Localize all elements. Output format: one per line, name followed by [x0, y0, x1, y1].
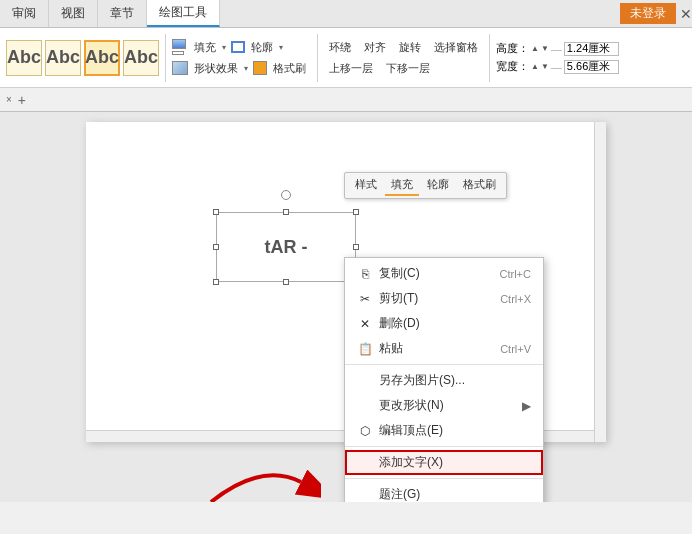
tab-view[interactable]: 视图	[49, 0, 98, 27]
menu-change-shape-label: 更改形状(N)	[379, 397, 444, 414]
change-shape-arrow: ▶	[522, 399, 531, 413]
height-input[interactable]	[564, 42, 619, 56]
down-layer-btn[interactable]: 下移一层	[381, 59, 435, 78]
up-layer-btn[interactable]: 上移一层	[324, 59, 378, 78]
width-spin-down[interactable]: ▼	[541, 62, 549, 71]
doc-tabs: × +	[0, 88, 692, 112]
handle-bl[interactable]	[213, 279, 219, 285]
handle-bm[interactable]	[283, 279, 289, 285]
shape-format-group: 填充 ▾ 轮廓 ▾ 形状效果 ▾ 格式刷	[172, 38, 311, 78]
menu-paste-shortcut: Ctrl+V	[500, 343, 531, 355]
rotate-handle[interactable]	[281, 190, 291, 200]
fill-btn[interactable]: 填充	[189, 38, 221, 57]
menu-add-text-label: 添加文字(X)	[379, 454, 443, 471]
doc-tab-add[interactable]: +	[14, 92, 30, 108]
format-brush-btn[interactable]: 格式刷	[268, 59, 311, 78]
edit-vertices-icon: ⬡	[357, 423, 373, 439]
cut-icon: ✂	[357, 291, 373, 307]
abc-btn-3[interactable]: Abc	[84, 40, 120, 76]
menu-save-as-image[interactable]: 另存为图片(S)...	[345, 368, 543, 393]
width-separator: —	[551, 61, 562, 73]
caption-u-icon	[357, 487, 373, 503]
menu-cut[interactable]: ✂ 剪切(T) Ctrl+X	[345, 286, 543, 311]
menu-copy-label: 复制(C)	[379, 265, 420, 282]
menu-sep-2	[345, 446, 543, 447]
width-spin-up[interactable]: ▲	[531, 62, 539, 71]
menu-change-shape[interactable]: 更改形状(N) ▶	[345, 393, 543, 418]
menu-cut-label: 剪切(T)	[379, 290, 418, 307]
tab-section[interactable]: 章节	[98, 0, 147, 27]
style-buttons: Abc Abc Abc Abc	[6, 40, 159, 76]
main-toolbar: Abc Abc Abc Abc 填充 ▾ 轮廓 ▾ 形状效果 ▾ 格式刷	[0, 28, 692, 88]
close-window-icon[interactable]: ✕	[680, 6, 692, 22]
float-fill-btn[interactable]: 填充	[385, 175, 419, 196]
menu-edit-vertices-label: 编辑顶点(E)	[379, 422, 443, 439]
height-spin-up[interactable]: ▲	[531, 44, 539, 53]
abc-btn-4[interactable]: Abc	[123, 40, 159, 76]
menu-paste[interactable]: 📋 粘贴 Ctrl+V	[345, 336, 543, 361]
abc-btn-2[interactable]: Abc	[45, 40, 81, 76]
height-separator: —	[551, 43, 562, 55]
menu-caption-u-label: 题注(G)	[379, 486, 420, 502]
add-text-icon	[357, 455, 373, 471]
size-group: 高度： ▲ ▼ — 宽度： ▲ ▼ —	[496, 41, 619, 74]
align-btn[interactable]: 对齐	[359, 38, 391, 57]
menu-sep-1	[345, 364, 543, 365]
abc-btn-1[interactable]: Abc	[6, 40, 42, 76]
effect-btn[interactable]: 形状效果	[189, 59, 243, 78]
outline-btn[interactable]: 轮廓	[246, 38, 278, 57]
float-toolbar: 样式 填充 轮廓 格式刷	[344, 172, 507, 199]
menu-caption-u[interactable]: 题注(G)	[345, 482, 543, 502]
tab-bar: 审阅 视图 章节 绘图工具 未登录 ✕	[0, 0, 692, 28]
width-input[interactable]	[564, 60, 619, 74]
fill-icon	[172, 39, 188, 55]
wrap-btn[interactable]: 环绕	[324, 38, 356, 57]
handle-mr[interactable]	[353, 244, 359, 250]
context-menu: ⎘ 复制(C) Ctrl+C ✂ 剪切(T) Ctrl+X ✕ 删除(D) 📋 …	[344, 257, 544, 502]
tab-review[interactable]: 审阅	[0, 0, 49, 27]
rotate-btn[interactable]: 旋转	[394, 38, 426, 57]
save-icon	[357, 373, 373, 389]
outline-dropdown[interactable]: ▾	[279, 43, 283, 52]
handle-tl[interactable]	[213, 209, 219, 215]
doc-tab-close[interactable]: ×	[4, 94, 14, 105]
menu-delete[interactable]: ✕ 删除(D)	[345, 311, 543, 336]
shape-container: tAR -	[216, 212, 356, 282]
document-page: 样式 填充 轮廓 格式刷 tAR -	[86, 122, 606, 442]
height-spin-down[interactable]: ▼	[541, 44, 549, 53]
handle-ml[interactable]	[213, 244, 219, 250]
width-label: 宽度：	[496, 59, 529, 74]
menu-paste-label: 粘贴	[379, 340, 403, 357]
menu-add-text[interactable]: 添加文字(X)	[345, 450, 543, 475]
float-outline-btn[interactable]: 轮廓	[421, 175, 455, 196]
delete-icon: ✕	[357, 316, 373, 332]
shape-box[interactable]: tAR -	[216, 212, 356, 282]
select-grid-btn[interactable]: 选择窗格	[429, 38, 483, 57]
vertical-scrollbar[interactable]	[594, 122, 606, 442]
paste-icon: 📋	[357, 341, 373, 357]
red-arrow	[201, 452, 321, 502]
outline-icon	[231, 41, 245, 53]
login-button[interactable]: 未登录	[620, 3, 676, 24]
shape-text: tAR -	[265, 237, 308, 258]
menu-save-label: 另存为图片(S)...	[379, 372, 465, 389]
copy-icon: ⎘	[357, 266, 373, 282]
handle-tr[interactable]	[353, 209, 359, 215]
float-format-btn[interactable]: 格式刷	[457, 175, 502, 196]
tab-drawing-tools[interactable]: 绘图工具	[147, 0, 220, 27]
menu-copy-shortcut: Ctrl+C	[500, 268, 531, 280]
menu-copy[interactable]: ⎘ 复制(C) Ctrl+C	[345, 261, 543, 286]
menu-delete-label: 删除(D)	[379, 315, 420, 332]
format-brush-icon	[253, 61, 267, 75]
float-style-btn[interactable]: 样式	[349, 175, 383, 196]
separator-1	[165, 34, 166, 82]
height-label: 高度：	[496, 41, 529, 56]
arrange-group: 环绕 对齐 旋转 选择窗格 上移一层 下移一层	[324, 38, 483, 78]
fill-dropdown[interactable]: ▾	[222, 43, 226, 52]
handle-tm[interactable]	[283, 209, 289, 215]
effect-dropdown[interactable]: ▾	[244, 64, 248, 73]
menu-edit-vertices[interactable]: ⬡ 编辑顶点(E)	[345, 418, 543, 443]
separator-2	[317, 34, 318, 82]
separator-3	[489, 34, 490, 82]
document-area: 样式 填充 轮廓 格式刷 tAR -	[0, 112, 692, 502]
